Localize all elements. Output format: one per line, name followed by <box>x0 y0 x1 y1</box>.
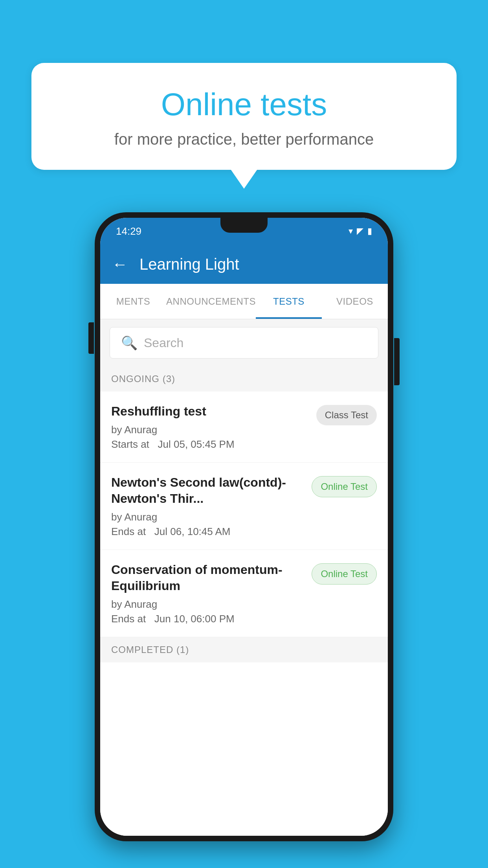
bubble-title: Online tests <box>55 86 433 123</box>
test-badge: Online Test <box>312 563 377 585</box>
test-time: Starts at Jul 05, 05:45 PM <box>111 438 308 451</box>
status-time: 14:29 <box>116 225 141 237</box>
test-info: Conservation of momentum-Equilibrium by … <box>111 562 304 625</box>
test-info: Reshuffling test by Anurag Starts at Jul… <box>111 403 308 451</box>
bubble-subtitle: for more practice, better performance <box>55 131 433 148</box>
test-info: Newton's Second law(contd)-Newton's Thir… <box>111 474 304 538</box>
test-time: Ends at Jun 10, 06:00 PM <box>111 613 304 625</box>
test-item[interactable]: Newton's Second law(contd)-Newton's Thir… <box>100 463 388 550</box>
search-icon: 🔍 <box>121 335 138 351</box>
tabs-bar: MENTS ANNOUNCEMENTS TESTS VIDEOS <box>100 284 388 319</box>
tab-announcements[interactable]: ANNOUNCEMENTS <box>166 284 256 319</box>
test-name: Newton's Second law(contd)-Newton's Thir… <box>111 474 304 507</box>
completed-section-header: COMPLETED (1) <box>100 637 388 662</box>
status-icons: ▾ ◤ ▮ <box>349 226 372 236</box>
app-bar-title: Learning Light <box>139 256 239 273</box>
tab-ments[interactable]: MENTS <box>100 284 166 319</box>
test-author: by Anurag <box>111 511 304 523</box>
test-name: Reshuffling test <box>111 403 308 420</box>
promo-bubble: Online tests for more practice, better p… <box>31 63 457 170</box>
search-box[interactable]: 🔍 Search <box>110 327 378 359</box>
test-author: by Anurag <box>111 424 308 436</box>
ongoing-section-title: ONGOING (3) <box>111 373 175 384</box>
phone-mockup: 14:29 ▾ ◤ ▮ ← Learning Light MENTS ANNOU… <box>95 212 393 841</box>
test-item[interactable]: Conservation of momentum-Equilibrium by … <box>100 550 388 637</box>
test-badge: Class Test <box>316 405 377 425</box>
ongoing-section-header: ONGOING (3) <box>100 366 388 392</box>
test-time: Ends at Jul 06, 10:45 AM <box>111 526 304 538</box>
battery-icon: ▮ <box>367 226 372 236</box>
wifi-icon: ▾ <box>349 226 353 236</box>
tab-videos[interactable]: VIDEOS <box>322 284 388 319</box>
tab-tests[interactable]: TESTS <box>256 284 322 319</box>
signal-icon: ◤ <box>357 226 363 236</box>
search-placeholder: Search <box>144 336 183 350</box>
test-author: by Anurag <box>111 598 304 611</box>
app-bar: ← Learning Light <box>100 245 388 284</box>
test-list: Reshuffling test by Anurag Starts at Jul… <box>100 392 388 836</box>
test-name: Conservation of momentum-Equilibrium <box>111 562 304 594</box>
phone-screen: 14:29 ▾ ◤ ▮ ← Learning Light MENTS ANNOU… <box>100 218 388 836</box>
back-button[interactable]: ← <box>112 256 128 273</box>
test-badge: Online Test <box>312 476 377 497</box>
search-container: 🔍 Search <box>100 319 388 366</box>
phone-frame: 14:29 ▾ ◤ ▮ ← Learning Light MENTS ANNOU… <box>95 212 393 841</box>
completed-section-title: COMPLETED (1) <box>111 644 189 655</box>
phone-notch <box>220 218 268 233</box>
test-item[interactable]: Reshuffling test by Anurag Starts at Jul… <box>100 392 388 463</box>
